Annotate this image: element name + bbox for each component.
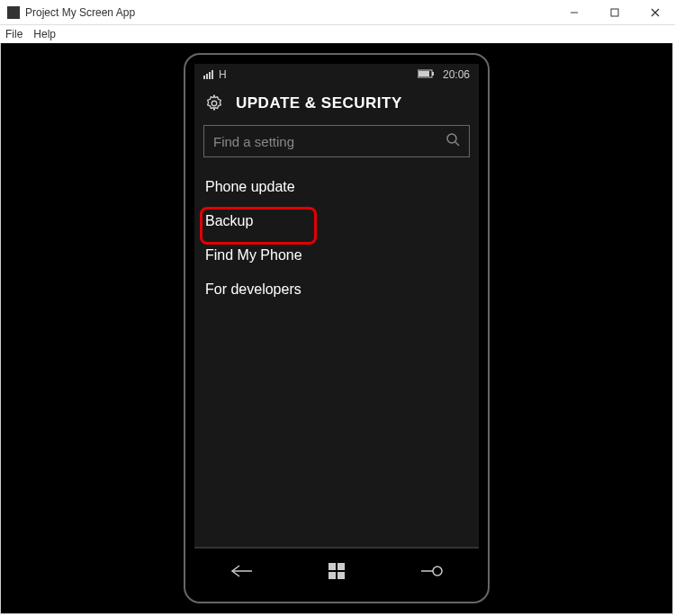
menu-item-phone-update[interactable]: Phone update — [203, 170, 470, 204]
svg-point-8 — [447, 134, 456, 143]
svg-rect-12 — [338, 563, 345, 570]
gear-icon — [203, 93, 225, 114]
search-box[interactable] — [203, 125, 470, 157]
menu-help[interactable]: Help — [33, 28, 56, 40]
phone-screen: H 20:06 — [194, 64, 479, 547]
menu-bar: File Help — [0, 25, 675, 43]
menu-item-find-my-phone[interactable]: Find My Phone — [203, 238, 470, 272]
clock: 20:06 — [443, 68, 470, 81]
search-input[interactable] — [213, 134, 446, 149]
svg-rect-1 — [611, 9, 618, 16]
maximize-button[interactable] — [594, 0, 634, 24]
menu-file[interactable]: File — [5, 28, 22, 40]
svg-rect-11 — [328, 563, 336, 570]
page-header: UPDATE & SECURITY — [194, 85, 479, 125]
svg-point-7 — [212, 101, 217, 106]
minimize-button[interactable] — [554, 0, 594, 24]
menu-item-backup[interactable]: Backup — [203, 204, 470, 238]
phone-frame: H 20:06 — [184, 53, 490, 603]
phone-nav-bar — [194, 548, 479, 593]
settings-menu-list: Phone update Backup Find My Phone For de… — [194, 170, 479, 307]
phone-status-bar: H 20:06 — [194, 64, 479, 85]
window-title-bar: Project My Screen App — [0, 0, 675, 25]
svg-rect-5 — [418, 71, 429, 76]
svg-line-9 — [455, 142, 459, 146]
content-area: H 20:06 — [0, 43, 673, 614]
svg-rect-6 — [432, 72, 434, 76]
network-label: H — [219, 68, 227, 81]
svg-rect-14 — [338, 572, 345, 579]
svg-rect-13 — [328, 572, 336, 579]
battery-icon — [418, 68, 436, 81]
nav-back-button[interactable] — [215, 557, 269, 585]
nav-home-button[interactable] — [310, 557, 364, 585]
svg-point-15 — [433, 567, 442, 576]
nav-search-button[interactable] — [404, 557, 458, 585]
close-button[interactable] — [634, 0, 675, 24]
search-icon — [446, 132, 460, 150]
menu-item-for-developers[interactable]: For developers — [203, 272, 470, 307]
page-title: UPDATE & SECURITY — [236, 94, 402, 112]
window-title: Project My Screen App — [25, 6, 135, 19]
app-icon — [7, 6, 20, 19]
signal-icon — [203, 70, 213, 79]
